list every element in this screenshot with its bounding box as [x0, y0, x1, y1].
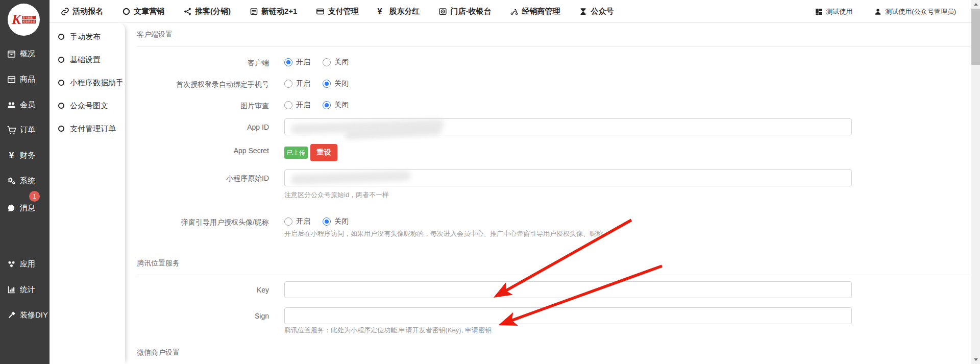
nav-item-dealer-mgmt[interactable]: 经销商管理: [510, 7, 560, 16]
radio-checked-icon[interactable]: [284, 58, 292, 66]
radio-checked-icon[interactable]: [323, 80, 331, 88]
submenu-item-manual-publish[interactable]: 手动发布: [50, 31, 125, 43]
sidebar-item-system[interactable]: 系统: [0, 174, 50, 187]
key-input[interactable]: [284, 281, 852, 298]
submenu-item-official-articles[interactable]: 公众号图文: [50, 100, 125, 112]
section-title-wechat-merchant: 微信商户设置: [137, 348, 180, 357]
submenu-item-basic-settings[interactable]: 基础设置: [50, 54, 125, 66]
origin-id-label: 小程序原始ID: [137, 174, 269, 183]
nav-item-article-marketing[interactable]: 文章营销: [122, 7, 164, 16]
client-label: 客户端: [137, 59, 269, 68]
circle-o-icon: [58, 80, 64, 86]
sidebar-item-label: 应用: [20, 259, 35, 269]
circle-o-icon: [58, 126, 64, 132]
sidebar-item-label: 装修DIY: [20, 310, 48, 320]
circle-o-icon: [58, 34, 64, 40]
section-title-tencent-location: 腾讯位置服务: [137, 259, 180, 268]
bind-phone-radio-group: 开启 关闭: [284, 79, 349, 88]
sidebar-item-finance[interactable]: ¥ 财务: [0, 149, 50, 162]
triangle-up-icon: [974, 3, 978, 6]
sign-input[interactable]: [284, 307, 852, 324]
popup-on-option[interactable]: 开启: [284, 217, 310, 226]
nodes-icon: [7, 259, 16, 269]
logo-text: 新华康康阅读研学馆: [22, 16, 36, 23]
scrollbar-down-button[interactable]: [971, 355, 980, 364]
nav-item-new-chain[interactable]: 新链动2+1: [250, 7, 297, 16]
radio-unchecked-icon[interactable]: [284, 80, 292, 88]
message-count-badge: 1: [29, 191, 40, 202]
dashboard-icon: [815, 8, 823, 16]
scooter-icon: [510, 7, 519, 16]
popup-guide-radio-group: 开启 关闭: [284, 217, 349, 226]
nav-item-store-cashier[interactable]: 门店-收银台: [438, 7, 491, 16]
chart-icon: [7, 285, 16, 295]
key-label: Key: [137, 286, 269, 294]
img-review-on-option[interactable]: 开启: [284, 101, 310, 110]
radio-checked-icon[interactable]: [323, 101, 331, 109]
sidebar-item-stats[interactable]: 统计: [0, 283, 50, 296]
sidebar-item-members[interactable]: 会员: [0, 98, 50, 111]
sidebar-item-label: 系统: [20, 176, 35, 186]
radio-checked-icon[interactable]: [323, 217, 331, 226]
img-review-off-option[interactable]: 关闭: [323, 101, 349, 110]
sidebar-item-label: 订单: [20, 125, 35, 135]
nav-item-activity-signup[interactable]: 活动报名: [61, 7, 103, 16]
chat-icon: [7, 203, 16, 213]
tencent-location-hint: 腾讯位置服务：此处为小程序定位功能,申请开发者密钥(Key), 申请密钥: [284, 326, 492, 335]
app-id-label: App ID: [137, 123, 269, 131]
sidebar-item-apps[interactable]: 应用: [0, 257, 50, 271]
section-title-client: 客户端设置: [137, 30, 173, 39]
sidebar-item-decorate-diy[interactable]: 装修DIY: [0, 308, 50, 322]
scrollbar-up-button[interactable]: [971, 0, 980, 9]
top-right-area: 测试使用 测试使用(公众号管理员): [815, 0, 956, 23]
origin-id-input[interactable]: [284, 169, 852, 186]
submenu-item-miniprogram-data[interactable]: 小程序数据助手: [50, 77, 125, 89]
reset-button[interactable]: 重设: [310, 144, 337, 161]
logo-letter: K: [12, 13, 21, 27]
list-box-icon: [250, 7, 258, 16]
uploaded-button[interactable]: 已上传: [284, 147, 308, 159]
sidebar-item-overview[interactable]: 概况: [0, 47, 50, 60]
radio-unchecked-icon[interactable]: [284, 101, 292, 109]
yen-icon: ¥: [377, 7, 386, 16]
sidebar-item-label: 消息: [20, 203, 35, 213]
submenu-item-payment-orders[interactable]: 支付管理订单: [50, 123, 125, 135]
apply-key-link[interactable]: 申请密钥: [465, 326, 492, 334]
sidebar-item-products[interactable]: 商品: [0, 72, 50, 86]
nav-item-official-account[interactable]: 公众号: [579, 7, 614, 16]
section-divider: [137, 46, 970, 47]
bind-phone-off-option[interactable]: 关闭: [323, 79, 349, 88]
sidebar-item-orders[interactable]: 订单: [0, 123, 50, 136]
sidebar-item-messages[interactable]: 消息: [0, 201, 50, 214]
test-account-button[interactable]: 测试使用: [815, 7, 852, 16]
nav-item-shareholder-dividend[interactable]: ¥ 股东分红: [377, 7, 420, 16]
nav-item-payment-mgmt[interactable]: 支付管理: [316, 7, 358, 16]
page-scrollbar[interactable]: [971, 0, 980, 364]
cart-icon: [7, 125, 16, 135]
gears-icon: [7, 176, 16, 186]
client-off-option[interactable]: 关闭: [323, 58, 349, 67]
circle-o-icon: [58, 57, 64, 63]
app-id-input[interactable]: [284, 118, 852, 135]
bind-phone-on-option[interactable]: 开启: [284, 79, 310, 88]
current-user-button[interactable]: 测试使用(公众号管理员): [874, 7, 956, 16]
popup-guide-label: 弹窗引导用户授权头像/昵称: [137, 218, 269, 227]
app-logo[interactable]: K 新华康康阅读研学馆: [8, 4, 40, 36]
radio-unchecked-icon[interactable]: [323, 58, 331, 66]
sidebar-item-label: 统计: [20, 285, 35, 295]
origin-id-hint: 注意区分公众号原始id，两者不一样: [284, 190, 389, 200]
client-on-option[interactable]: 开启: [284, 58, 310, 67]
store-icon: [438, 7, 447, 16]
popup-guide-hint: 开启后在小程序访问，如果用户没有头像昵称的，每次进入会员中心、推广中心弹窗引导用…: [284, 229, 603, 238]
hourglass-icon: [579, 7, 587, 16]
top-navbar: 活动报名 文章营销 推客(分销) 新链动2+1 支付管理 ¥ 股东分红 门店-收…: [50, 0, 971, 23]
hammer-icon: [7, 310, 16, 320]
section-divider: [137, 275, 970, 275]
box-icon: [7, 75, 16, 84]
card-icon: [316, 7, 325, 16]
img-review-radio-group: 开启 关闭: [284, 101, 349, 110]
nav-item-distribution[interactable]: 推客(分销): [183, 7, 231, 16]
scrollbar-thumb[interactable]: [971, 9, 980, 65]
popup-off-option[interactable]: 关闭: [323, 217, 349, 226]
radio-unchecked-icon[interactable]: [284, 217, 292, 226]
